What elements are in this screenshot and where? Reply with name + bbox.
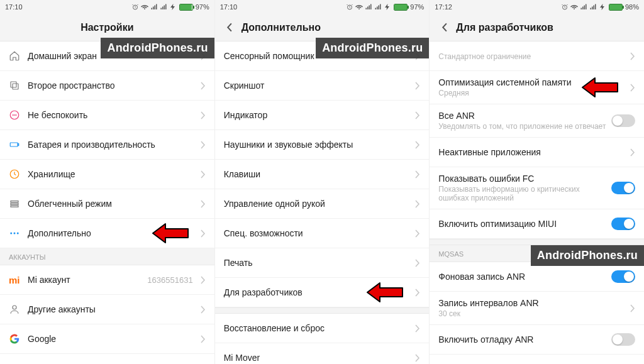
- settings-row[interactable]: Показывать ошибки FC Показывать информац…: [430, 167, 644, 209]
- settings-row[interactable]: Клавиши: [215, 160, 430, 189]
- phone-screen-3: 17:12 98% Для разработчиков Стандартное …: [430, 0, 644, 364]
- settings-row[interactable]: Другие аккаунты: [0, 295, 214, 324]
- row-label: Не беспокоить: [28, 110, 197, 120]
- row-label: Включить оптимизацию MIUI: [438, 219, 611, 229]
- settings-row[interactable]: Спец. возможности: [215, 219, 430, 248]
- row-label: Включить отладку ANR: [438, 334, 611, 345]
- settings-row[interactable]: Управление одной рукой: [215, 189, 430, 219]
- row-label: Облегченный режим: [28, 199, 197, 209]
- square2-icon: [9, 80, 28, 91]
- chevron-right-icon: [201, 276, 206, 284]
- toggle[interactable]: [611, 333, 635, 346]
- back-button[interactable]: [438, 23, 450, 32]
- chevron-right-icon: [415, 170, 420, 179]
- svg-rect-7: [11, 201, 18, 202]
- settings-row[interactable]: Mi Mover: [215, 343, 430, 364]
- row-label: Наушники и звуковые эффекты: [224, 140, 412, 150]
- row-label: Google: [28, 334, 197, 344]
- settings-row[interactable]: Включить отладку ANR: [430, 325, 644, 355]
- row-label: Управление одной рукой: [224, 199, 412, 209]
- settings-row[interactable]: Неактивные приложения: [430, 138, 644, 167]
- chevron-right-icon: [415, 200, 420, 208]
- back-button[interactable]: [224, 23, 235, 32]
- person-icon: [9, 304, 28, 315]
- lite-icon: [9, 198, 28, 209]
- chevron-right-icon: [415, 354, 420, 362]
- row-label: Спец. возможности: [224, 228, 412, 238]
- status-bar: 17:10 97%: [215, 0, 430, 14]
- chevron-right-icon: [415, 82, 420, 90]
- toggle[interactable]: [611, 218, 635, 230]
- settings-row[interactable]: Облегченный режим: [0, 189, 214, 219]
- settings-row[interactable]: Индикатор: [215, 101, 430, 130]
- battery-icon: [609, 4, 623, 11]
- settings-row[interactable]: Включить оптимизацию MIUI: [430, 209, 644, 239]
- settings-row[interactable]: Дополнительно: [0, 219, 214, 248]
- row-label: Печать: [224, 258, 412, 268]
- svg-rect-9: [11, 206, 18, 207]
- settings-row[interactable]: Наушники и звуковые эффекты: [215, 130, 430, 160]
- settings-row[interactable]: Второе пространство: [0, 71, 214, 101]
- svg-point-12: [17, 233, 19, 234]
- chevron-right-icon: [415, 229, 420, 238]
- settings-row[interactable]: Печать: [215, 248, 430, 278]
- chevron-right-icon: [415, 141, 420, 149]
- more-icon: [9, 228, 28, 239]
- row-subtitle: Стандартное ограничение: [438, 52, 626, 61]
- row-label: Фоновая запись ANR: [438, 272, 611, 282]
- section-gap: [430, 239, 644, 245]
- watermark: AndroidPhones.ru: [531, 245, 644, 266]
- settings-row[interactable]: Фоновая запись ANR: [430, 262, 644, 292]
- toggle[interactable]: [611, 114, 635, 127]
- settings-list: Сенсорный помощник Скриншот Индикатор На…: [215, 41, 430, 364]
- chevron-right-icon: [201, 141, 206, 149]
- toggle[interactable]: [611, 270, 635, 283]
- settings-row[interactable]: Восстановление и сброс: [215, 314, 430, 343]
- settings-row[interactable]: Запись интервалов ANR 30 сек: [430, 292, 644, 325]
- row-label: Индикатор: [224, 110, 412, 120]
- row-label: Mi аккаунт: [28, 275, 147, 285]
- svg-rect-5: [18, 144, 19, 146]
- settings-list: Стандартное ограничение Оптимизация сист…: [430, 41, 644, 355]
- chevron-right-icon: [415, 289, 420, 297]
- header: Для разработчиков: [430, 14, 644, 41]
- chevron-right-icon: [201, 200, 206, 208]
- row-label: Хранилище: [28, 169, 197, 179]
- settings-row[interactable]: Google: [0, 324, 214, 354]
- chevron-right-icon: [201, 111, 206, 119]
- row-label: Клавиши: [224, 169, 412, 179]
- row-label: Скриншот: [224, 80, 412, 91]
- settings-row[interactable]: Все ANR Уведомлять о том, что приложение…: [430, 104, 644, 138]
- row-subtitle: 30 сек: [438, 309, 626, 318]
- phone-screen-2: 17:10 97% Дополнительно Сенсорный помощн…: [215, 0, 430, 364]
- status-time: 17:10: [5, 3, 23, 11]
- chevron-right-icon: [415, 111, 420, 119]
- battery-icon: [9, 139, 28, 150]
- page-title: Настройки: [80, 22, 133, 33]
- status-bar: 17:12 98%: [430, 0, 644, 14]
- battery-percent: 98%: [625, 3, 639, 11]
- settings-row[interactable]: Скриншот: [215, 71, 430, 101]
- status-time: 17:10: [220, 3, 238, 11]
- settings-row[interactable]: Стандартное ограничение: [430, 41, 644, 71]
- row-label: Второе пространство: [28, 80, 197, 91]
- status-icons: [561, 3, 606, 11]
- battery-icon: [394, 4, 408, 11]
- chevron-right-icon: [630, 304, 635, 312]
- settings-row[interactable]: miMi аккаунт1636551631: [0, 265, 214, 295]
- home-icon: [9, 50, 28, 62]
- settings-row[interactable]: Не беспокоить: [0, 101, 214, 130]
- settings-row[interactable]: Хранилище: [0, 160, 214, 189]
- svg-marker-18: [582, 78, 618, 97]
- chevron-right-icon: [415, 324, 420, 333]
- red-arrow: [152, 223, 189, 244]
- settings-row[interactable]: Для разработчиков: [215, 278, 430, 307]
- row-label: Запись интервалов ANR: [438, 298, 626, 308]
- settings-row[interactable]: Батарея и производительность: [0, 130, 214, 160]
- section-title: АККАУНТЫ: [0, 248, 214, 265]
- nodist-icon: [9, 109, 28, 121]
- toggle[interactable]: [611, 182, 635, 194]
- chevron-right-icon: [201, 306, 206, 314]
- status-bar: 17:10 97%: [0, 0, 214, 14]
- settings-row[interactable]: Оптимизация системной памяти Средняя: [430, 71, 644, 104]
